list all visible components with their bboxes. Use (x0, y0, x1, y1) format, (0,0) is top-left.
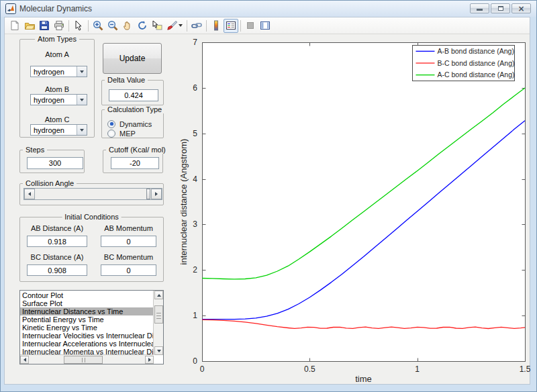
calculation-type-group: Calculation Type Dynamics MEP (101, 109, 164, 138)
ab-momentum-label: AB Momentum (101, 224, 156, 232)
y-tick-label: 6 (193, 83, 197, 93)
atom-c-select[interactable]: hydrogen (30, 124, 87, 136)
delta-value-legend: Delta Value (105, 76, 148, 84)
plot-area (203, 43, 526, 362)
legend-entry-label: A-B bond distance (Ang) (438, 47, 514, 55)
chevron-down-icon (80, 129, 84, 132)
mep-radio-label: MEP (119, 130, 136, 138)
y-tick-label: 4 (193, 175, 197, 184)
bc-momentum-field[interactable] (101, 264, 156, 276)
collision-angle-legend: Collision Angle (23, 179, 77, 187)
y-tick-label: 3 (193, 219, 197, 229)
steps-legend: Steps (23, 146, 47, 154)
slider-thumb[interactable] (146, 189, 150, 199)
arrow-right-icon (148, 358, 151, 362)
steps-field[interactable] (27, 157, 83, 169)
atom-b-value: hydrogen (34, 96, 64, 104)
y-tick-label: 5 (193, 129, 197, 138)
vertical-scrollbar-thumb[interactable] (154, 305, 163, 324)
atom-b-label: Atom B (20, 85, 94, 93)
ab-momentum-field[interactable] (101, 236, 156, 247)
cutoff-field[interactable] (111, 157, 159, 169)
slider-right-arrow-button[interactable] (151, 189, 162, 199)
atom-a-select[interactable]: hydrogen (30, 66, 87, 77)
plot-type-listbox[interactable]: Contour PlotSurface PlotInternuclear Dis… (19, 290, 164, 364)
atom-types-legend: Atom Types (35, 35, 79, 43)
atom-b-dropdown-button[interactable] (77, 95, 87, 105)
x-tick-label: 0 (200, 364, 205, 374)
ab-distance-field[interactable] (27, 236, 87, 247)
bc-momentum-label: BC Momentum (101, 253, 156, 261)
atom-b-select[interactable]: hydrogen (30, 94, 87, 105)
delta-value-group: Delta Value (101, 80, 164, 105)
content-layer: 0123456700.511.5timeinternuclear distanc… (1, 1, 537, 392)
update-button[interactable]: Update (103, 43, 162, 74)
y-tick-label: 7 (193, 38, 197, 47)
collision-angle-slider[interactable] (23, 188, 162, 200)
horizontal-scrollbar-thumb[interactable] (64, 356, 103, 364)
y-tick-label: 0 (193, 356, 197, 366)
atom-a-dropdown-button[interactable] (77, 66, 87, 77)
cutoff-group: Cutoff (Kcal/ mol) (103, 150, 163, 173)
initial-conditions-legend: Initial Conditions (62, 213, 121, 221)
chevron-down-icon (80, 70, 84, 73)
list-item[interactable]: Internuclear Velocities vs Internuclear … (20, 332, 153, 340)
arrow-down-icon (157, 350, 161, 352)
dynamics-radio[interactable]: Dynamics (107, 119, 152, 128)
atom-a-label: Atom A (20, 50, 94, 58)
calculation-type-legend: Calculation Type (105, 105, 164, 113)
scroll-right-button[interactable] (145, 356, 154, 364)
y-tick-label: 1 (193, 311, 197, 320)
arrow-right-icon (155, 192, 158, 196)
arrow-left-icon (28, 192, 31, 196)
x-tick-label: 1.5 (520, 364, 531, 374)
list-item[interactable]: Internuclear Accelerations vs Internucle… (20, 340, 153, 348)
application-window: Molecular Dynamics × 0123456700.511.5tim… (0, 0, 537, 392)
steps-group: Steps (19, 150, 85, 173)
list-item[interactable]: Surface Plot (20, 299, 153, 307)
y-tick-label: 2 (193, 265, 197, 275)
x-tick-label: 1 (415, 364, 420, 374)
ab-distance-label: AB Distance (A) (27, 224, 87, 232)
atom-c-value: hydrogen (34, 126, 64, 134)
atom-types-group: Atom Types Atom A hydrogen Atom B hydrog… (19, 39, 95, 138)
initial-conditions-group: Initial Conditions AB Distance (A) AB Mo… (19, 217, 164, 282)
mep-radio[interactable]: MEP (107, 129, 136, 138)
vertical-scrollbar[interactable] (153, 291, 163, 355)
radio-unselected-icon (107, 130, 115, 138)
x-tick-label: 0.5 (304, 364, 315, 374)
scroll-left-button[interactable] (20, 356, 29, 364)
arrow-up-icon (157, 294, 161, 297)
slider-left-arrow-button[interactable] (24, 189, 35, 199)
atom-c-dropdown-button[interactable] (77, 125, 87, 135)
arrow-left-icon (23, 358, 26, 362)
atom-a-value: hydrogen (34, 68, 64, 76)
legend-entry-label: A-C bond distance (Ang) (438, 70, 515, 79)
bc-distance-label: BC Distance (A) (27, 253, 87, 261)
x-axis-label: time (355, 374, 372, 384)
radio-selected-icon (107, 120, 115, 128)
series-line-1 (202, 320, 525, 328)
chevron-down-icon (80, 99, 84, 101)
series-line-2 (202, 88, 525, 279)
list-item[interactable]: Internuclear Distances vs Time (20, 307, 153, 315)
horizontal-scrollbar[interactable] (20, 354, 154, 364)
dynamics-radio-label: Dynamics (119, 120, 152, 128)
list-item[interactable]: Contour Plot (20, 291, 153, 299)
listbox-items: Contour PlotSurface PlotInternuclear Dis… (20, 291, 153, 355)
cutoff-legend: Cutoff (Kcal/ mol) (106, 146, 168, 154)
bc-distance-field[interactable] (27, 264, 87, 276)
series-line-0 (202, 121, 525, 320)
delta-value-field[interactable] (109, 89, 158, 101)
scroll-up-button[interactable] (154, 291, 163, 299)
scroll-down-button[interactable] (154, 346, 163, 355)
list-item[interactable]: Potential Energy vs Time (20, 315, 153, 324)
legend-box[interactable] (413, 46, 515, 81)
atom-c-label: Atom C (20, 115, 94, 124)
y-axis-label: internuclear distance (Angstrom) (179, 139, 189, 265)
legend-entry-label: B-C bond distance (Ang) (438, 59, 515, 67)
list-item[interactable]: Kinetic Energy vs Time (20, 324, 153, 332)
